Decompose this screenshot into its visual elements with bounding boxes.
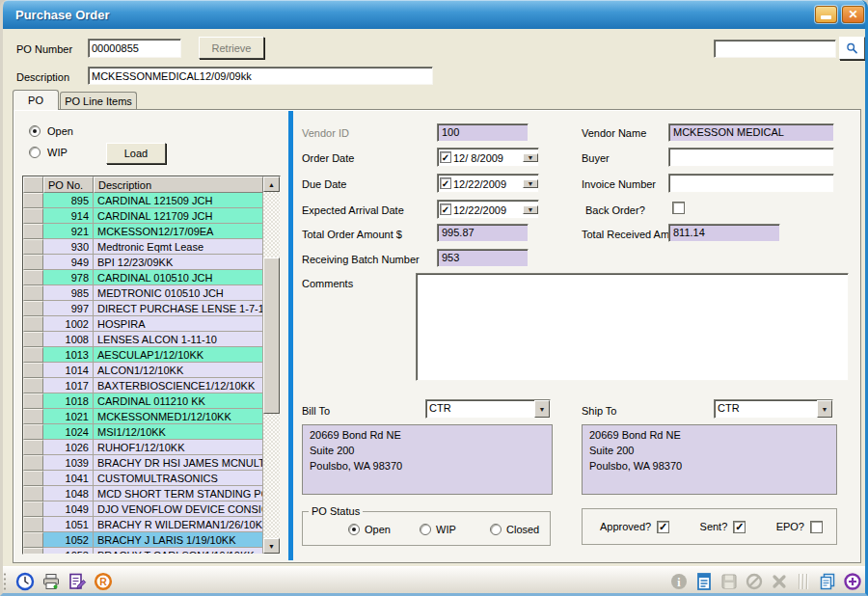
po-number-input[interactable] [88, 39, 181, 58]
description-input[interactable] [88, 67, 433, 85]
print-icon[interactable] [41, 572, 61, 591]
row-selector-cell[interactable] [23, 301, 43, 316]
status-open-radio[interactable] [348, 524, 360, 535]
row-selector-cell[interactable] [23, 193, 43, 208]
retrieve-button[interactable]: Retrieve [199, 37, 264, 59]
row-selector-cell[interactable] [23, 347, 43, 363]
table-row[interactable]: 1048MCD SHORT TERM STANDING PO [23, 486, 263, 501]
comments-input[interactable] [416, 273, 849, 381]
table-row[interactable]: 978CARDINAL 010510 JCH [23, 270, 263, 285]
copy-icon[interactable] [818, 572, 837, 591]
status-closed-radio[interactable] [490, 524, 502, 535]
table-row[interactable]: 1002HOSPIRA [23, 316, 263, 332]
table-row[interactable]: 1024MSI1/12/10KK [23, 424, 263, 440]
table-scrollbar[interactable]: ▲ ▼ [263, 176, 280, 554]
table-row[interactable]: 1008LENSES ALCON 1-11-10 [23, 332, 263, 347]
expected-arrival-date-dropdown-icon[interactable]: ▼ [523, 205, 538, 214]
row-selector-cell[interactable] [23, 517, 43, 532]
row-selector-cell[interactable] [23, 224, 43, 239]
due-date-checkbox[interactable] [440, 177, 451, 189]
row-selector-cell[interactable] [23, 316, 43, 332]
tab-po-line-items[interactable]: PO Line Items [60, 92, 137, 110]
delete-x-icon[interactable] [770, 572, 789, 591]
table-row[interactable]: 1039BRACHY DR HSI JAMES MCNULTY [23, 455, 263, 471]
table-row[interactable]: 921MCKESSON12/17/09EA [23, 224, 263, 239]
order-date-dropdown-icon[interactable]: ▼ [523, 153, 538, 162]
ship-to-select[interactable]: CTR ▼ [714, 399, 833, 419]
row-selector-cell[interactable] [23, 424, 43, 440]
table-row[interactable]: 1041CUSTOMULTRASONICS [23, 471, 263, 486]
search-button[interactable] [839, 37, 865, 60]
expected-arrival-date-picker[interactable]: 12/22/2009 ▼ [437, 200, 539, 219]
title-bar[interactable]: Purchase Order ✕ [0, 0, 868, 29]
row-selector-cell[interactable] [23, 332, 43, 347]
approved-checkbox[interactable] [657, 521, 669, 533]
scrollbar-thumb[interactable] [263, 257, 280, 414]
table-row[interactable]: 1013AESCULAP1/12/10KK [23, 347, 263, 363]
table-row[interactable]: 985MEDTRONIC 010510 JCH [23, 285, 263, 301]
row-selector-cell[interactable] [23, 270, 43, 285]
description-column-header[interactable]: Description [94, 176, 263, 193]
save-icon[interactable] [719, 572, 739, 591]
wip-radio[interactable] [29, 147, 41, 158]
table-row[interactable]: 949BPI 12/23/09KK [23, 255, 263, 270]
po-no-column-header[interactable]: PO No. [43, 176, 94, 193]
invoice-number-input[interactable] [668, 174, 834, 193]
table-row[interactable]: 1051BRACHY R WILDERMAN1/26/10KK [23, 517, 263, 532]
row-selector-cell[interactable] [23, 471, 43, 486]
row-selector-cell[interactable] [23, 440, 43, 455]
table-row[interactable]: 1014ALCON1/12/10KK [23, 363, 263, 378]
table-row[interactable]: 1026RUHOF1/12/10KK [23, 440, 263, 455]
row-selector-cell[interactable] [23, 393, 43, 409]
minimize-button[interactable] [815, 6, 837, 23]
row-selector-cell[interactable] [23, 501, 43, 517]
block-icon[interactable] [745, 572, 764, 591]
info-icon[interactable]: i [669, 572, 689, 591]
status-wip-radio[interactable] [420, 524, 431, 535]
row-selector-cell[interactable] [23, 285, 43, 301]
row-selector-cell[interactable] [23, 409, 43, 424]
order-date-checkbox[interactable] [440, 151, 451, 163]
bill-to-select[interactable]: CTR ▼ [425, 399, 551, 419]
load-button[interactable]: Load [106, 143, 166, 164]
document-icon[interactable] [694, 572, 714, 591]
edit-note-icon[interactable] [68, 572, 87, 591]
close-button[interactable]: ✕ [842, 6, 864, 23]
row-selector-cell[interactable] [23, 532, 43, 548]
sent-checkbox[interactable] [733, 521, 746, 533]
table-row[interactable]: 997DIRECT PURCHASE LENSE 1-7-10 [23, 301, 263, 316]
table-row[interactable]: 1053BRACHY T CARLSON1/19/10KK [23, 548, 263, 555]
table-row[interactable]: 930Medtronic Eqmt Lease [23, 239, 263, 255]
table-row[interactable]: 1018CARDINAL 011210 KK [23, 393, 263, 409]
table-row[interactable]: 1049DJO VENOFLOW DEVICE CONSIG [23, 501, 263, 517]
record-r-icon[interactable]: R [94, 572, 113, 591]
bill-to-dropdown-icon[interactable]: ▼ [534, 400, 550, 418]
expected-arrival-date-checkbox[interactable] [440, 203, 451, 215]
table-row[interactable]: 914CARDINAL 121709 JCH [23, 208, 263, 224]
back-order-checkbox[interactable] [672, 202, 685, 214]
ship-to-dropdown-icon[interactable]: ▼ [817, 400, 832, 418]
table-row[interactable]: 1017BAXTERBIOSCIENCE1/12/10KK [23, 378, 263, 393]
epo-checkbox[interactable] [810, 521, 823, 533]
table-row[interactable]: 895CARDINAL 121509 JCH [23, 193, 263, 208]
row-selector-cell[interactable] [23, 548, 43, 555]
row-selector-cell[interactable] [23, 208, 43, 224]
scroll-down-button[interactable]: ▼ [263, 538, 280, 554]
scroll-up-button[interactable]: ▲ [263, 176, 280, 192]
tab-po[interactable]: PO [13, 90, 59, 110]
order-date-picker[interactable]: 12/ 8/2009 ▼ [437, 148, 539, 167]
row-selector-cell[interactable] [23, 363, 43, 378]
table-row[interactable]: 1021MCKESSONMED1/12/10KK [23, 409, 263, 424]
add-icon[interactable] [843, 572, 862, 591]
row-selector-cell[interactable] [23, 455, 43, 471]
open-radio[interactable] [29, 125, 41, 137]
row-selector-cell[interactable] [23, 378, 43, 393]
row-selector-cell[interactable] [23, 486, 43, 501]
row-selector-cell[interactable] [23, 239, 43, 255]
due-date-picker[interactable]: 12/22/2009 ▼ [437, 174, 539, 193]
due-date-dropdown-icon[interactable]: ▼ [523, 179, 538, 188]
search-input[interactable] [714, 40, 836, 58]
row-selector-cell[interactable] [23, 255, 43, 270]
table-row[interactable]: 1052BRACHY J LARIS 1/19/10KK [23, 532, 263, 548]
clock-icon[interactable] [15, 572, 35, 591]
